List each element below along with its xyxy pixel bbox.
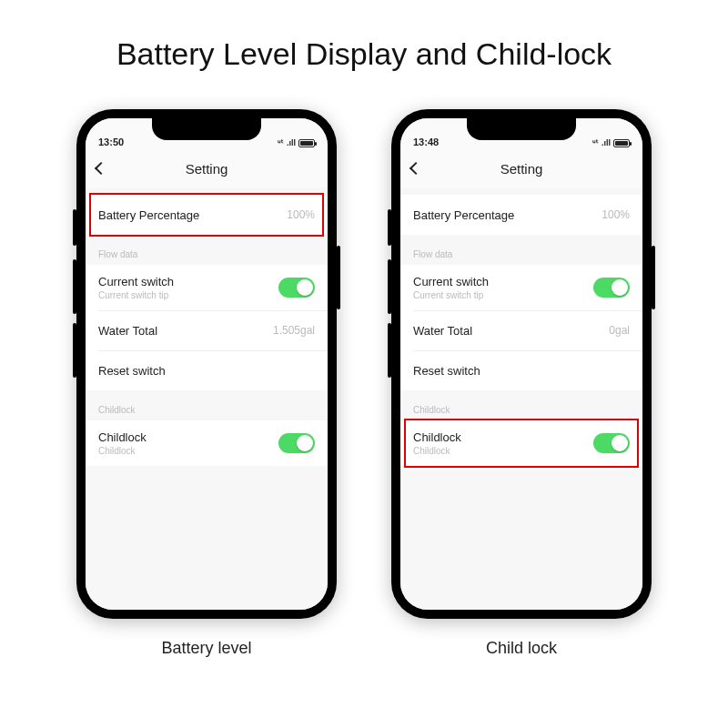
- row-value: 100%: [287, 208, 315, 221]
- row-sub: Current switch tip: [413, 290, 489, 300]
- phone-side-button: [652, 246, 655, 309]
- phone-caption: Child lock: [486, 639, 557, 658]
- water-total-row[interactable]: Water Total 1.505gal: [86, 310, 328, 350]
- section-header-childlock: Childlock: [86, 390, 328, 420]
- phone-child-lock: 13:48 ᵘᵗ .ıll Setting Battery Per: [391, 109, 652, 658]
- nav-bar: Setting: [86, 149, 328, 187]
- back-icon[interactable]: [95, 162, 107, 175]
- status-time: 13:50: [98, 136, 124, 147]
- current-switch-toggle[interactable]: [278, 278, 315, 298]
- row-label: Childlock: [98, 430, 147, 444]
- childlock-row[interactable]: Childlock Childlock: [86, 420, 328, 466]
- water-total-row[interactable]: Water Total 0gal: [400, 310, 642, 350]
- row-label: Battery Percentage: [98, 208, 199, 222]
- nav-bar: Setting: [400, 149, 642, 187]
- nav-title: Setting: [500, 161, 543, 177]
- row-value: 1.505gal: [273, 324, 315, 337]
- phones-row: 13:50 ᵘᵗ .ıll Setting: [0, 109, 728, 658]
- phone-caption: Battery level: [161, 639, 251, 658]
- battery-icon: [298, 139, 315, 147]
- row-sub: Current switch tip: [98, 290, 174, 300]
- row-label: Reset switch: [98, 364, 166, 378]
- phone-side-button: [73, 323, 76, 378]
- row-label: Childlock: [413, 430, 461, 444]
- childlock-toggle[interactable]: [278, 433, 315, 453]
- nav-title: Setting: [186, 161, 228, 177]
- phone-frame: 13:48 ᵘᵗ .ıll Setting Battery Per: [391, 109, 652, 619]
- reset-switch-row[interactable]: Reset switch: [400, 350, 642, 390]
- reset-switch-row[interactable]: Reset switch: [86, 350, 328, 390]
- current-switch-row[interactable]: Current switch Current switch tip: [400, 265, 642, 310]
- battery-percentage-row[interactable]: Battery Percentage 100%: [400, 195, 642, 235]
- row-value: 100%: [602, 208, 630, 221]
- phone-side-button: [388, 323, 391, 378]
- row-label: Water Total: [413, 324, 472, 338]
- phone-notch: [467, 118, 576, 140]
- row-value: 0gal: [609, 324, 630, 337]
- page-title: Battery Level Display and Child-lock: [0, 36, 728, 72]
- row-label: Current switch: [413, 275, 489, 288]
- status-signal: ᵘᵗ .ıll: [592, 138, 611, 147]
- row-label: Battery Percentage: [413, 208, 514, 222]
- childlock-toggle[interactable]: [593, 433, 630, 453]
- phone-battery-level: 13:50 ᵘᵗ .ıll Setting: [76, 109, 337, 658]
- row-label: Reset switch: [413, 364, 480, 378]
- row-label: Current switch: [98, 275, 174, 288]
- phone-side-button: [388, 209, 391, 246]
- phone-notch: [152, 118, 261, 140]
- phone-side-button: [73, 209, 76, 246]
- battery-icon: [613, 139, 630, 147]
- section-header-flow: Flow data: [400, 235, 642, 265]
- section-header-childlock: Childlock: [400, 390, 642, 420]
- status-signal: ᵘᵗ .ıll: [278, 138, 296, 147]
- current-switch-toggle[interactable]: [593, 278, 630, 298]
- childlock-row[interactable]: Childlock Childlock: [400, 420, 642, 466]
- battery-percentage-row[interactable]: Battery Percentage 100%: [86, 195, 328, 235]
- phone-frame: 13:50 ᵘᵗ .ıll Setting: [76, 109, 337, 619]
- phone-side-button: [337, 246, 340, 309]
- status-time: 13:48: [413, 136, 439, 147]
- current-switch-row[interactable]: Current switch Current switch tip: [86, 265, 328, 310]
- row-label: Water Total: [98, 324, 157, 338]
- section-header-flow: Flow data: [86, 235, 328, 265]
- row-sub: Childlock: [98, 446, 147, 456]
- row-sub: Childlock: [413, 446, 461, 456]
- phone-screen: 13:48 ᵘᵗ .ıll Setting Battery Per: [400, 118, 642, 610]
- back-icon[interactable]: [410, 162, 422, 175]
- settings-content: Battery Percentage 100% Flow data Curren…: [86, 187, 328, 610]
- phone-side-button: [73, 259, 76, 314]
- phone-side-button: [388, 259, 391, 314]
- phone-screen: 13:50 ᵘᵗ .ıll Setting: [86, 118, 328, 610]
- settings-content: Battery Percentage 100% Flow data Curren…: [400, 187, 642, 610]
